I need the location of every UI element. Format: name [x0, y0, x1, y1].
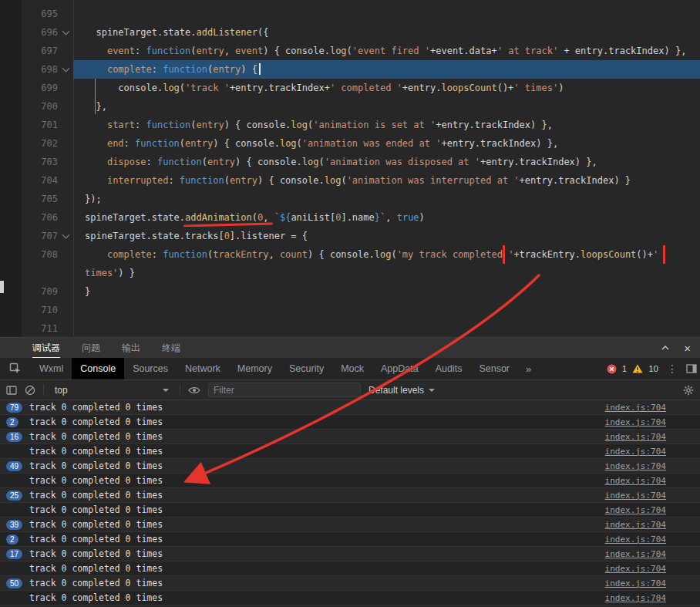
source-location-link[interactable]: index.js:704: [605, 520, 666, 530]
line-number[interactable]: 701: [22, 116, 58, 134]
source-location-link[interactable]: index.js:704: [605, 476, 666, 486]
source-location-link[interactable]: index.js:704: [605, 432, 666, 442]
more-tabs-icon[interactable]: »: [518, 358, 539, 379]
line-number[interactable]: 704: [22, 171, 58, 190]
log-levels-dropdown[interactable]: Default levels: [369, 385, 435, 396]
line-number[interactable]: 710: [22, 301, 58, 319]
dock-side-icon[interactable]: [686, 364, 697, 373]
line-number[interactable]: 706: [22, 208, 58, 227]
clear-console-icon[interactable]: [25, 385, 35, 396]
line-number[interactable]: 696: [22, 23, 58, 42]
source-location-link[interactable]: index.js:704: [605, 578, 666, 588]
code-text[interactable]: console.log('track '+entry.trackIndex+' …: [73, 79, 700, 97]
line-number[interactable]: [22, 264, 58, 282]
live-expression-eye-icon[interactable]: [188, 386, 200, 395]
source-location-link[interactable]: index.js:704: [605, 447, 666, 457]
code-text[interactable]: [73, 319, 700, 337]
line-number[interactable]: 705: [22, 190, 58, 208]
collapse-panel-icon[interactable]: [661, 343, 670, 352]
warning-icon[interactable]: [632, 364, 643, 373]
code-text[interactable]: spineTarget.state.tracks[0].listener = {: [73, 227, 700, 245]
console-sidebar-icon[interactable]: [6, 385, 17, 396]
code-text[interactable]: },: [73, 97, 700, 116]
devtools-tab-memory[interactable]: Memory: [229, 358, 281, 379]
console-settings-gear-icon[interactable]: [683, 385, 694, 396]
source-location-link[interactable]: index.js:704: [605, 461, 666, 471]
tab-problems[interactable]: 问题: [82, 338, 100, 358]
glyph-margin[interactable]: [0, 79, 22, 97]
error-count[interactable]: 1: [622, 364, 627, 373]
glyph-margin[interactable]: [0, 264, 22, 282]
line-number[interactable]: 699: [22, 79, 58, 97]
code-text[interactable]: });: [73, 190, 700, 208]
code-text[interactable]: complete: function(trackEntry, count) { …: [73, 245, 700, 264]
line-number[interactable]: 700: [22, 97, 58, 116]
source-location-link[interactable]: index.js:704: [605, 417, 666, 427]
glyph-margin[interactable]: [0, 227, 22, 245]
line-number[interactable]: 707: [22, 227, 58, 245]
line-number[interactable]: 708: [22, 245, 58, 264]
code-text[interactable]: start: function(entry) { console.log('an…: [73, 116, 700, 134]
devtools-tab-console[interactable]: Console: [72, 358, 124, 379]
code-editor[interactable]: 695696 spineTarget.state.addListener({69…: [0, 0, 700, 337]
devtools-tab-mock[interactable]: Mock: [332, 358, 372, 379]
devtools-tab-network[interactable]: Network: [177, 358, 229, 379]
menu-dots-icon[interactable]: ⋮: [664, 363, 681, 375]
source-location-link[interactable]: index.js:704: [605, 593, 666, 603]
line-number[interactable]: 711: [22, 319, 58, 337]
code-text[interactable]: spineTarget.state.addAnimation(0, `${ani…: [73, 208, 700, 227]
glyph-margin[interactable]: [0, 23, 22, 42]
glyph-margin[interactable]: [0, 97, 22, 116]
source-location-link[interactable]: index.js:704: [605, 534, 666, 545]
code-text[interactable]: times') }: [73, 264, 700, 282]
fold-toggle[interactable]: [58, 227, 73, 245]
tab-terminal[interactable]: 终端: [162, 338, 180, 358]
warning-count[interactable]: 10: [648, 364, 658, 373]
line-number[interactable]: 695: [22, 5, 58, 23]
fold-toggle[interactable]: [58, 23, 73, 42]
glyph-margin[interactable]: [0, 282, 22, 301]
devtools-tab-wxml[interactable]: Wxml: [31, 358, 72, 379]
code-text[interactable]: spineTarget.state.addListener({: [73, 23, 700, 42]
line-number[interactable]: 703: [22, 153, 58, 171]
source-location-link[interactable]: index.js:704: [605, 549, 666, 559]
line-number[interactable]: 702: [22, 134, 58, 153]
glyph-margin[interactable]: [0, 5, 22, 23]
glyph-margin[interactable]: [0, 319, 22, 337]
glyph-margin[interactable]: [0, 116, 22, 134]
line-number[interactable]: 698: [22, 60, 58, 79]
devtools-tab-security[interactable]: Security: [281, 358, 332, 379]
code-text[interactable]: event: function(entry, event) { console.…: [73, 42, 700, 60]
devtools-tab-appdata[interactable]: AppData: [372, 358, 427, 379]
console-filter-input[interactable]: [208, 383, 361, 397]
glyph-margin[interactable]: [0, 208, 22, 227]
execution-context-dropdown[interactable]: top: [52, 385, 172, 396]
glyph-margin[interactable]: [0, 190, 22, 208]
glyph-margin[interactable]: [0, 171, 22, 190]
source-location-link[interactable]: index.js:704: [605, 491, 666, 501]
glyph-margin[interactable]: [0, 134, 22, 153]
code-text[interactable]: [73, 301, 700, 319]
source-location-link[interactable]: index.js:704: [605, 505, 666, 515]
glyph-margin[interactable]: [0, 301, 22, 319]
glyph-margin[interactable]: [0, 153, 22, 171]
tab-output[interactable]: 输出: [122, 338, 140, 358]
code-text[interactable]: }: [73, 282, 700, 301]
devtools-tab-sources[interactable]: Sources: [124, 358, 177, 379]
inspect-element-icon[interactable]: [9, 358, 22, 379]
code-text[interactable]: end: function(entry) { console.log('anim…: [73, 134, 700, 153]
code-text[interactable]: dispose: function(entry) { console.log('…: [73, 153, 700, 171]
line-number[interactable]: 709: [22, 282, 58, 301]
code-text[interactable]: [73, 5, 700, 23]
code-text[interactable]: interrupted: function(entry) { console.l…: [73, 171, 700, 190]
glyph-margin[interactable]: [0, 42, 22, 60]
glyph-margin[interactable]: [0, 60, 22, 79]
code-text[interactable]: complete: function(entry) {: [73, 60, 700, 79]
devtools-tab-sensor[interactable]: Sensor: [470, 358, 518, 379]
error-icon[interactable]: [607, 364, 617, 374]
fold-toggle[interactable]: [58, 60, 73, 79]
source-location-link[interactable]: index.js:704: [605, 564, 666, 574]
console-output[interactable]: 79track 0 completed 0 timesindex.js:7042…: [0, 400, 700, 607]
glyph-margin[interactable]: [0, 245, 22, 264]
close-panel-icon[interactable]: ×: [684, 342, 691, 354]
